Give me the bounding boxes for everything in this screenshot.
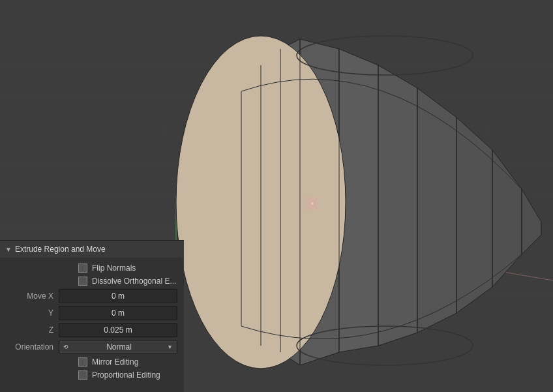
mirror-editing-checkbox[interactable]	[78, 357, 87, 367]
move-y-label: Y	[7, 309, 59, 318]
flip-normals-label: Flip Normals	[92, 264, 136, 273]
move-x-input[interactable]: 0 m	[59, 289, 177, 303]
orientation-value: Normal	[106, 342, 132, 352]
orientation-icon: ⟲	[63, 344, 68, 350]
orientation-dropdown-arrow: ▼	[167, 344, 173, 350]
proportional-editing-row: Proportional Editing	[0, 369, 184, 382]
panel-title: Extrude Region and Move	[15, 245, 106, 254]
panel-content: Flip Normals Dissolve Orthogonal E... Mo…	[0, 258, 184, 385]
svg-marker-26	[378, 65, 417, 346]
dissolve-orthogonal-checkbox[interactable]	[78, 277, 87, 286]
move-x-label: Move X	[7, 292, 59, 301]
flip-normals-checkbox[interactable]	[78, 264, 87, 273]
svg-marker-27	[417, 88, 456, 333]
mirror-editing-row: Mirror Editing	[0, 355, 184, 369]
orientation-row: Orientation ⟲ Normal ▼	[0, 339, 184, 355]
panel-collapse-arrow: ▼	[5, 246, 12, 253]
svg-point-51	[311, 202, 314, 205]
move-x-row: Move X 0 m	[0, 288, 184, 305]
move-y-input[interactable]: 0 m	[59, 306, 177, 320]
mirror-editing-label: Mirror Editing	[92, 357, 138, 367]
dissolve-orthogonal-row: Dissolve Orthogonal E...	[0, 275, 184, 288]
proportional-editing-label: Proportional Editing	[92, 370, 160, 380]
dissolve-orthogonal-label: Dissolve Orthogonal E...	[92, 277, 176, 286]
flip-normals-row: Flip Normals	[0, 262, 184, 275]
proportional-editing-checkbox[interactable]	[78, 370, 87, 380]
orientation-label: Orientation	[7, 342, 59, 352]
panel-header[interactable]: ▼ Extrude Region and Move	[0, 241, 184, 258]
orientation-select[interactable]: ⟲ Normal ▼	[59, 340, 177, 354]
svg-marker-28	[456, 117, 492, 313]
move-z-row: Z 0.025 m	[0, 322, 184, 339]
move-z-label: Z	[7, 325, 59, 335]
move-y-row: Y 0 m	[0, 305, 184, 322]
operator-panel: ▼ Extrude Region and Move Flip Normals D…	[0, 240, 184, 392]
move-z-input[interactable]: 0.025 m	[59, 323, 177, 337]
